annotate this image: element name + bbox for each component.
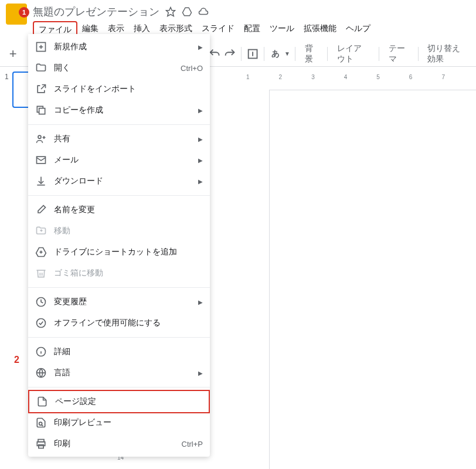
download-icon (35, 175, 47, 187)
shortcut-icon (35, 246, 47, 258)
menu-item-download[interactable]: ダウンロード▶ (28, 171, 210, 192)
layout-button[interactable]: レイアウト (332, 41, 375, 67)
import-icon (35, 83, 47, 95)
menu-item-label: 変更履歴 (54, 297, 198, 307)
file-menu-dropdown: 新規作成▶開くCtrl+Oスライドをインポートコピーを作成▶共有▶メール▶ダウン… (28, 34, 210, 457)
submenu-arrow-icon: ▶ (198, 157, 203, 164)
menu-separator (28, 387, 210, 388)
menu-item-label: 言語 (54, 368, 198, 378)
new-slide-button[interactable]: + (5, 46, 22, 62)
preview-icon (35, 417, 47, 429)
menu-item-globe[interactable]: 言語▶ (28, 362, 210, 383)
submenu-arrow-icon: ▶ (198, 299, 203, 305)
slide-number: 1 (5, 72, 9, 108)
textbox-button[interactable] (246, 46, 259, 62)
history-icon (35, 296, 47, 308)
menu-item-folder[interactable]: 開くCtrl+O (28, 57, 210, 79)
menu-item-label: ドライブにショートカットを追加 (54, 247, 203, 257)
menu-item-import[interactable]: スライドをインポート (28, 79, 210, 100)
move-icon (35, 225, 47, 237)
print-icon (35, 438, 47, 450)
toolbar-separator (264, 47, 264, 61)
annotation-badge-1: 1 (19, 7, 29, 18)
menu-item-label: 開く (54, 63, 181, 73)
submenu-arrow-icon: ▶ (198, 178, 203, 185)
menu-shortcut: Ctrl+O (181, 64, 203, 73)
menu-item-page[interactable]: ページ設定 (28, 390, 210, 413)
ruler-tick: 4 (344, 74, 348, 80)
document-title[interactable]: 無題のプレゼンテーション (33, 5, 159, 19)
menu-item-offline[interactable]: オフラインで使用可能にする (28, 312, 210, 334)
menu-item-move: 移動 (28, 220, 210, 242)
menu-item-shortcut[interactable]: ドライブにショートカットを追加 (28, 242, 210, 263)
cloud-icon[interactable] (198, 6, 209, 17)
submenu-arrow-icon: ▶ (198, 370, 203, 376)
header: 無題のプレゼンテーション ファイル編集表示挿入表示形式スライド配置ツール拡張機能… (0, 0, 476, 39)
slide-canvas[interactable] (270, 90, 476, 469)
header-main: 無題のプレゼンテーション ファイル編集表示挿入表示形式スライド配置ツール拡張機能… (27, 4, 476, 39)
folder-icon (35, 62, 47, 74)
svg-point-7 (38, 135, 41, 138)
menu-item-rename[interactable]: 名前を変更 (28, 199, 210, 220)
menu-item-8[interactable]: 拡張機能 (299, 21, 341, 39)
background-button[interactable]: 背景 (300, 41, 322, 67)
menu-item-label: ゴミ箱に移動 (54, 268, 203, 278)
mail-icon (35, 154, 47, 166)
menu-item-mail[interactable]: メール▶ (28, 149, 210, 171)
toolbar-separator (295, 47, 295, 61)
ruler-horizontal: 1234567 (246, 74, 445, 80)
menu-item-label: 印刷 (54, 439, 182, 449)
menu-item-label: スライドをインポート (54, 84, 203, 94)
menu-shortcut: Ctrl+P (182, 440, 203, 448)
menu-item-label: ページ設定 (55, 396, 202, 407)
menu-item-info[interactable]: 詳細 (28, 341, 210, 362)
submenu-arrow-icon: ▶ (198, 136, 203, 142)
menu-item-6[interactable]: 配置 (239, 21, 265, 39)
theme-button[interactable]: テーマ (384, 41, 413, 67)
rename-icon (35, 204, 47, 216)
trash-icon (35, 267, 47, 279)
title-row: 無題のプレゼンテーション (33, 4, 476, 20)
svg-marker-0 (166, 8, 175, 16)
ruler-tick: 1 (246, 74, 250, 80)
menu-item-preview[interactable]: 印刷プレビュー (28, 412, 210, 433)
annotation-badge-2: 2 (14, 355, 19, 365)
svg-point-15 (37, 319, 46, 328)
menu-separator (28, 337, 210, 338)
menu-item-7[interactable]: ツール (265, 21, 299, 39)
menu-item-label: メール (54, 155, 198, 165)
menu-item-label: 印刷プレビュー (54, 417, 203, 428)
star-icon[interactable] (165, 6, 176, 17)
menu-item-label: オフラインで使用可能にする (54, 318, 203, 328)
toolbar-separator (241, 47, 242, 61)
menu-item-label: 詳細 (54, 346, 203, 357)
svg-line-22 (42, 424, 43, 426)
redo-button[interactable] (223, 46, 236, 62)
plus-box-icon (35, 41, 47, 53)
ruler-tick: 3 (311, 74, 315, 80)
share-icon (35, 133, 47, 145)
submenu-arrow-icon: ▶ (198, 44, 203, 50)
menu-separator (28, 195, 210, 196)
menu-item-copy[interactable]: コピーを作成▶ (28, 100, 210, 121)
globe-icon (35, 367, 47, 379)
ruler-tick: 6 (409, 74, 413, 80)
menu-separator (28, 287, 210, 288)
transition-button[interactable]: 切り替え効果 (423, 41, 471, 67)
menu-separator (28, 124, 210, 125)
spellcheck-button[interactable]: あ (269, 46, 282, 62)
menu-item-label: 名前を変更 (54, 205, 203, 215)
menu-item-label: コピーを作成 (54, 105, 198, 115)
ruler-tick: 2 (279, 74, 283, 80)
drive-icon[interactable] (182, 6, 192, 17)
menu-item-9[interactable]: ヘルプ (341, 21, 375, 39)
menu-item-label: 共有 (54, 134, 198, 144)
menu-item-history[interactable]: 変更履歴▶ (28, 291, 210, 312)
menu-item-label: 新規作成 (54, 42, 198, 52)
menu-item-plus-box[interactable]: 新規作成▶ (28, 36, 210, 57)
submenu-arrow-icon: ▶ (198, 107, 203, 114)
menu-item-share[interactable]: 共有▶ (28, 128, 210, 149)
menu-item-print[interactable]: 印刷Ctrl+P (28, 433, 210, 454)
toolbar-separator (379, 47, 379, 61)
ruler-tick: 5 (376, 74, 380, 80)
